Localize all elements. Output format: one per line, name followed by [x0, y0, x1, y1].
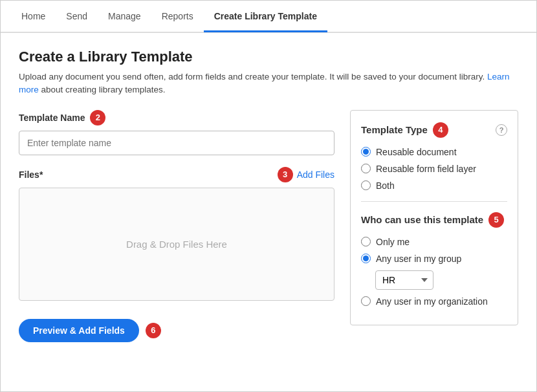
step-badge-6: 6 [146, 323, 161, 338]
page-description: Upload any document you send often, add … [19, 71, 518, 97]
main-content: Create a Library Template Upload any doc… [1, 33, 536, 392]
files-header: Files* 3 Add Files [19, 167, 334, 182]
group-select-wrapper: HR Finance Legal IT [375, 270, 507, 290]
preview-btn-container: Preview & Add Fields 6 [19, 319, 334, 342]
nav-reports[interactable]: Reports [151, 2, 204, 32]
type-reusable-form-field[interactable]: Reusable form field layer [361, 164, 507, 174]
who-any-user-group[interactable]: Any user in my group [361, 254, 507, 264]
step-badge-4: 4 [433, 122, 448, 138]
preview-add-fields-button[interactable]: Preview & Add Fields [19, 319, 139, 342]
step-badge-5: 5 [488, 212, 504, 228]
left-column: Template Name 2 Files* 3 Add Files Drag … [19, 110, 334, 342]
nav-home[interactable]: Home [11, 2, 56, 32]
drop-zone[interactable]: Drag & Drop Files Here [19, 188, 334, 301]
two-column-layout: Template Name 2 Files* 3 Add Files Drag … [19, 110, 518, 342]
help-icon[interactable]: ? [496, 124, 507, 136]
step-badge-3: 3 [278, 167, 293, 182]
right-column: Template Type 4 ? Reusable document Reus… [350, 110, 518, 325]
template-type-header: Template Type 4 ? [361, 122, 507, 138]
drop-zone-text: Drag & Drop Files Here [126, 239, 227, 250]
type-both[interactable]: Both [361, 180, 507, 191]
nav-create-library-template[interactable]: Create Library Template [204, 2, 327, 32]
nav-send[interactable]: Send [56, 2, 98, 32]
add-files-link[interactable]: 3 Add Files [278, 167, 334, 182]
learn-more-link[interactable]: Learn more [19, 72, 509, 94]
top-navigation: Home Send Manage Reports Create Library … [1, 1, 536, 33]
type-reusable-document[interactable]: Reusable document [361, 147, 507, 157]
template-name-input[interactable] [19, 131, 334, 155]
who-only-me[interactable]: Only me [361, 237, 507, 247]
step-badge-2: 2 [90, 110, 105, 125]
group-select[interactable]: HR Finance Legal IT [375, 270, 433, 290]
files-label: Files* [19, 169, 43, 180]
page-title: Create a Library Template [19, 49, 518, 65]
nav-manage[interactable]: Manage [98, 2, 151, 32]
who-any-user-org[interactable]: Any user in my organization [361, 296, 507, 307]
template-name-label: Template Name 2 [19, 110, 334, 125]
who-can-use-header: Who can use this template 5 [361, 212, 507, 228]
section-divider [361, 201, 507, 202]
